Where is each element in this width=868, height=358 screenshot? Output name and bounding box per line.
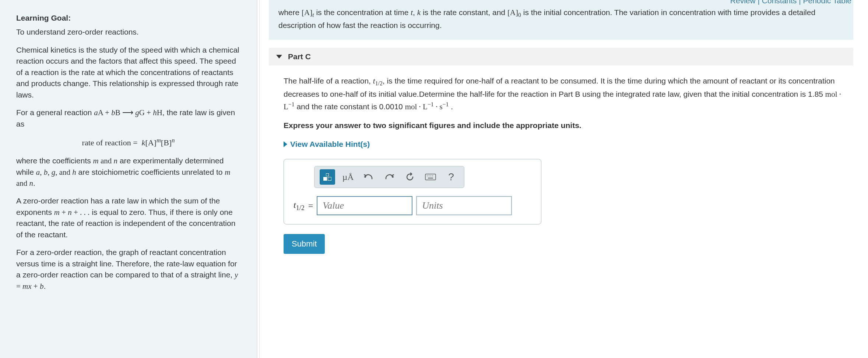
svg-point-1: [427, 176, 428, 176]
abgh-vars: a, b, g, and h: [36, 168, 76, 177]
value-input[interactable]: [317, 196, 412, 215]
coefficients-text: where the coefficients m and n are exper…: [16, 155, 240, 189]
p4c: are stoichiometric coefficients unrelate…: [76, 168, 225, 176]
intro-box: where [A]t is the concentration at time …: [269, 0, 853, 40]
p3a: For a general reaction: [16, 108, 94, 117]
help-button[interactable]: ?: [443, 169, 459, 185]
conc-initial: [A]0: [507, 8, 521, 17]
conc-at-t: [A]t: [302, 8, 314, 17]
answer-eq: =: [308, 199, 313, 213]
hints-label: View Available Hint(s): [290, 138, 370, 150]
p4d: .: [33, 179, 35, 187]
reset-icon: [405, 173, 414, 181]
keyboard-button[interactable]: [423, 169, 438, 185]
p6a: For a zero-order reaction, the graph of …: [16, 248, 237, 279]
intro-text-mid3: is the rate constant, and: [421, 8, 507, 17]
q1a: The half-life of a reaction,: [284, 77, 373, 85]
var-k: k: [417, 8, 421, 17]
intro-text-pre: where: [278, 8, 302, 17]
p4a: where the coefficients: [16, 156, 93, 165]
collapse-icon: [276, 55, 282, 59]
t-half-sym: t1/2: [373, 77, 383, 85]
top-links[interactable]: Review | Constants | Periodic Table: [730, 0, 851, 5]
question-body: The half-life of a reaction, t1/2, is th…: [269, 75, 853, 254]
kinetics-intro-text: Chemical kinetics is the study of the sp…: [16, 45, 240, 100]
redo-icon: [384, 173, 394, 181]
view-hints-toggle[interactable]: View Available Hint(s): [284, 138, 853, 150]
q1d: .: [449, 102, 453, 111]
answer-instruction: Express your answer to two significant f…: [284, 120, 853, 132]
rate-units: mol · L−1 · s−1: [405, 102, 449, 111]
exp-sum: m + n + . . .: [54, 208, 90, 217]
q1c: and the rate constant is 0.0010: [295, 102, 405, 111]
learning-goal-heading: Learning Goal:: [16, 13, 240, 24]
intro-text-mid1: is the concentration at time: [314, 8, 411, 17]
answer-lhs: t1/2: [294, 198, 305, 213]
straight-line-text: For a zero-order reaction, the graph of …: [16, 247, 240, 292]
redo-button[interactable]: [382, 169, 397, 185]
question-panel: Review | Constants | Periodic Table wher…: [258, 0, 868, 358]
svg-point-4: [432, 176, 433, 176]
svg-rect-0: [425, 174, 436, 180]
svg-rect-5: [428, 178, 433, 178]
svg-point-3: [431, 176, 431, 176]
templates-button[interactable]: [320, 169, 335, 185]
keyboard-icon: [425, 174, 436, 180]
undo-button[interactable]: [361, 169, 376, 185]
learning-goal-text: To understand zero-order reactions.: [16, 26, 240, 38]
question-text: The half-life of a reaction, t1/2, is th…: [284, 75, 853, 113]
submit-button[interactable]: Submit: [284, 234, 325, 254]
undo-icon: [364, 173, 373, 181]
answer-input-zone: µÅ ? t1/2 =: [284, 159, 541, 224]
units-button[interactable]: µÅ: [340, 169, 356, 185]
part-c-header[interactable]: Part C: [269, 48, 853, 65]
general-reaction-text: For a general reaction aA + bB ⟶ gG + hH…: [16, 107, 240, 130]
mn-vars: m and n: [93, 156, 118, 165]
learning-goal-panel: Learning Goal: To understand zero-order …: [0, 0, 258, 358]
units-input[interactable]: [416, 196, 512, 215]
svg-point-2: [429, 176, 429, 176]
expand-icon: [284, 141, 287, 147]
reaction-eqn: aA + bB ⟶ gG + hH: [94, 108, 162, 117]
zero-order-def-text: A zero-order reaction has a rate law in …: [16, 195, 240, 240]
answer-row: t1/2 =: [294, 196, 531, 215]
part-label: Part C: [288, 52, 311, 61]
reset-button[interactable]: [402, 169, 418, 185]
rate-law-equation: rate of reaction = k[A]m[B]n: [16, 136, 240, 149]
input-toolbar: µÅ ?: [314, 166, 464, 188]
p6b: .: [43, 282, 46, 290]
intro-text-mid2: ,: [413, 8, 417, 17]
